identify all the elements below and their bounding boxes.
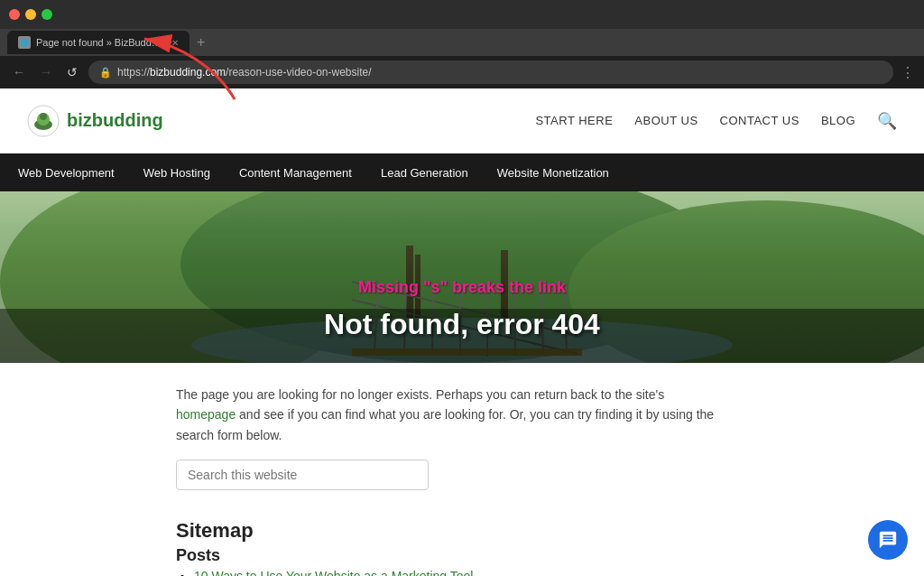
svg-point-4 — [40, 113, 47, 120]
chat-button[interactable] — [868, 520, 908, 560]
url-bar[interactable]: 🔒 https://bizbudding.com/reason-use-vide… — [88, 60, 893, 84]
description-text: The page you are looking for no longer e… — [176, 385, 726, 445]
subnav-lead-generation[interactable]: Lead Generation — [381, 166, 468, 180]
posts-list: 10 Ways to Use Your Website as a Marketi… — [176, 569, 924, 576]
nav-contact-us[interactable]: CONTACT US — [720, 114, 799, 127]
url-path: /reason-use-video-on-website/ — [226, 66, 371, 79]
maximize-window-button[interactable] — [42, 9, 52, 20]
description-part2: and see if you can find what you are loo… — [176, 407, 714, 441]
hero-section: Missing "s" breaks the link Not found, e… — [0, 191, 924, 363]
subnav-content-management[interactable]: Content Management — [239, 166, 352, 180]
tab-favicon: 🌐 — [18, 36, 31, 49]
sitemap-title: Sitemap — [176, 519, 924, 543]
content-area: The page you are looking for no longer e… — [0, 363, 924, 508]
back-button[interactable]: ← — [9, 63, 29, 81]
post-link-1[interactable]: 10 Ways to Use Your Website as a Marketi… — [194, 569, 473, 576]
subnav-web-development[interactable]: Web Development — [18, 166, 115, 180]
tab-title: Page not found » BizBudding — [36, 37, 162, 48]
forward-button[interactable]: → — [36, 63, 56, 81]
logo-text-biz: biz — [67, 110, 92, 130]
browser-menu-button[interactable]: ⋮ — [901, 64, 915, 81]
tab-bar: 🌐 Page not found » BizBudding ✕ + — [0, 29, 924, 56]
posts-title: Posts — [176, 546, 924, 565]
homepage-link[interactable]: homepage — [176, 407, 236, 422]
search-input-wrapper — [176, 460, 429, 490]
traffic-lights — [9, 9, 52, 20]
ssl-lock-icon: 🔒 — [99, 67, 112, 79]
browser-tab[interactable]: 🌐 Page not found » BizBudding ✕ — [7, 31, 189, 54]
hero-content: Missing "s" breaks the link Not found, e… — [324, 278, 600, 363]
error-404-title: Not found, error 404 — [324, 308, 600, 341]
main-nav: START HERE ABOUT US CONTACT US BLOG 🔍 — [535, 111, 897, 131]
logo-icon — [27, 105, 60, 137]
description-part1: The page you are looking for no longer e… — [176, 387, 664, 402]
sub-nav: Web Development Web Hosting Content Mana… — [0, 153, 924, 191]
refresh-button[interactable]: ↺ — [63, 63, 81, 81]
sitemap-section: Sitemap Posts 10 Ways to Use Your Websit… — [0, 508, 924, 576]
browser-chrome — [0, 0, 924, 29]
nav-blog[interactable]: BLOG — [821, 114, 855, 127]
tab-close-icon[interactable]: ✕ — [171, 38, 179, 48]
minimize-window-button[interactable] — [25, 9, 36, 20]
url-domain: bizbudding.com — [150, 66, 226, 79]
list-item: 10 Ways to Use Your Website as a Marketi… — [194, 569, 924, 576]
nav-start-here[interactable]: START HERE — [535, 114, 613, 127]
address-bar-row: ← → ↺ 🔒 https://bizbudding.com/reason-us… — [0, 56, 924, 88]
new-tab-button[interactable]: + — [197, 34, 205, 51]
logo-text-budding: budding — [92, 110, 163, 130]
logo-text: bizbudding — [67, 110, 163, 131]
subnav-web-hosting[interactable]: Web Hosting — [143, 166, 210, 180]
annotation-missing-s: Missing "s" breaks the link — [324, 278, 600, 297]
search-icon[interactable]: 🔍 — [877, 111, 897, 131]
nav-about-us[interactable]: ABOUT US — [634, 114, 698, 127]
site-header: bizbudding START HERE ABOUT US CONTACT U… — [0, 88, 924, 153]
logo-area: bizbudding — [27, 105, 535, 137]
chat-icon — [878, 530, 898, 550]
subnav-website-monetization[interactable]: Website Monetization — [497, 166, 609, 180]
close-window-button[interactable] — [9, 9, 20, 20]
search-input[interactable] — [176, 460, 429, 490]
url-text: https://bizbudding.com/reason-use-video-… — [117, 66, 372, 79]
